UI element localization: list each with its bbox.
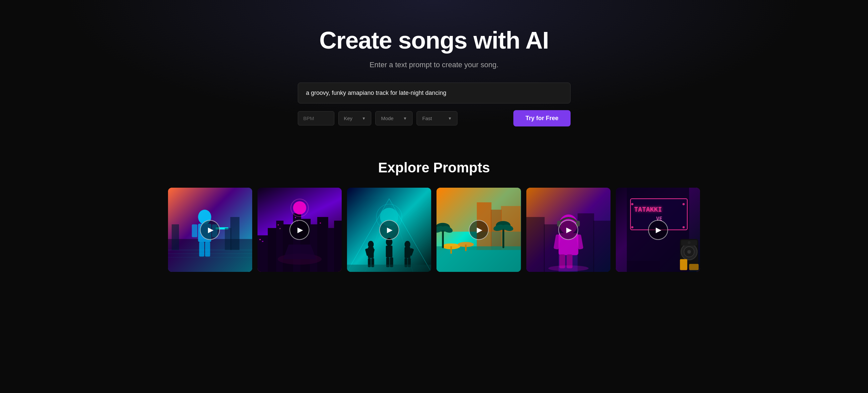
prompt-card-5[interactable]: ▶ — [526, 188, 611, 272]
svg-point-106 — [631, 226, 633, 229]
svg-rect-6 — [199, 242, 204, 256]
chevron-down-icon: ▼ — [448, 116, 452, 121]
hero-subtitle: Enter a text prompt to create your song. — [370, 61, 499, 69]
chevron-down-icon: ▼ — [362, 116, 366, 121]
prompt-card-4[interactable]: ▶ — [436, 188, 521, 272]
svg-rect-110 — [689, 264, 699, 270]
play-button-3[interactable]: ▶ — [379, 220, 399, 240]
svg-rect-25 — [334, 221, 342, 272]
svg-rect-26 — [259, 239, 260, 240]
speed-dropdown[interactable]: Slow Normal Fast ▼ — [416, 111, 458, 125]
explore-title: Explore Prompts — [13, 160, 855, 176]
svg-point-104 — [631, 203, 633, 205]
hero-section: Create songs with AI Enter a text prompt… — [0, 0, 868, 146]
key-select[interactable]: Key C C# D D# E F F# G G# A A# B — [344, 116, 359, 121]
svg-rect-59 — [347, 265, 431, 272]
speed-select[interactable]: Slow Normal Fast — [422, 116, 445, 121]
svg-rect-28 — [277, 224, 278, 225]
svg-text:TATAKKI: TATAKKI — [634, 206, 662, 213]
svg-rect-30 — [295, 217, 296, 218]
svg-point-105 — [683, 203, 685, 205]
play-icon: ▶ — [656, 225, 661, 234]
try-for-free-button[interactable]: Try for Free — [513, 110, 570, 126]
svg-rect-16 — [257, 235, 269, 272]
svg-rect-68 — [451, 246, 452, 253]
svg-rect-14 — [224, 228, 231, 250]
svg-rect-29 — [279, 228, 280, 229]
prompts-grid: ▶ — [168, 188, 700, 272]
key-dropdown[interactable]: Key C C# D D# E F F# G G# A A# B ▼ — [338, 111, 372, 125]
svg-point-101 — [687, 250, 691, 253]
play-icon: ▶ — [566, 225, 572, 234]
svg-rect-17 — [268, 228, 277, 272]
svg-rect-23 — [317, 217, 328, 272]
mode-select[interactable]: Mode Major Minor — [381, 116, 400, 121]
bpm-input[interactable] — [298, 111, 334, 125]
prompt-card-3[interactable]: ▶ — [347, 188, 431, 272]
svg-rect-51 — [386, 246, 393, 257]
svg-rect-27 — [262, 241, 263, 242]
svg-rect-13 — [230, 217, 240, 250]
play-icon: ▶ — [298, 225, 303, 234]
svg-point-103 — [688, 241, 691, 244]
svg-rect-7 — [205, 242, 210, 256]
chevron-down-icon: ▼ — [403, 116, 407, 121]
svg-rect-108 — [627, 261, 660, 272]
explore-section: Explore Prompts — [0, 146, 868, 292]
play-button-5[interactable]: ▶ — [558, 220, 578, 240]
prompt-card-2[interactable]: ▶ — [257, 188, 342, 272]
svg-marker-36 — [283, 245, 316, 259]
svg-rect-24 — [328, 228, 335, 272]
svg-rect-109 — [680, 259, 687, 270]
mode-dropdown[interactable]: Mode Major Minor ▼ — [375, 111, 412, 125]
prompt-input[interactable] — [298, 83, 570, 103]
page-title: Create songs with AI — [319, 27, 549, 54]
svg-point-92 — [548, 266, 589, 272]
svg-rect-70 — [465, 245, 466, 251]
svg-rect-80 — [526, 217, 545, 272]
svg-rect-12 — [172, 224, 179, 250]
controls-row: Key C C# D D# E F F# G G# A A# B ▼ Mode … — [298, 110, 570, 126]
play-icon: ▶ — [477, 225, 483, 234]
play-button-6[interactable]: ▶ — [648, 220, 668, 240]
svg-rect-4 — [192, 224, 197, 237]
svg-point-107 — [683, 226, 685, 229]
prompt-card-6[interactable]: TATAKKI VE — [616, 188, 700, 272]
play-button-4[interactable]: ▶ — [469, 220, 489, 240]
play-icon: ▶ — [387, 225, 393, 234]
svg-point-33 — [293, 201, 306, 215]
play-button-1[interactable]: ▶ — [200, 220, 220, 240]
play-button-2[interactable]: ▶ — [289, 220, 309, 240]
prompt-card-1[interactable]: ▶ — [168, 188, 252, 272]
svg-rect-83 — [593, 221, 611, 272]
svg-rect-32 — [320, 223, 321, 223]
svg-rect-66 — [436, 250, 521, 272]
prompt-input-container — [298, 83, 570, 103]
play-icon: ▶ — [208, 225, 214, 234]
